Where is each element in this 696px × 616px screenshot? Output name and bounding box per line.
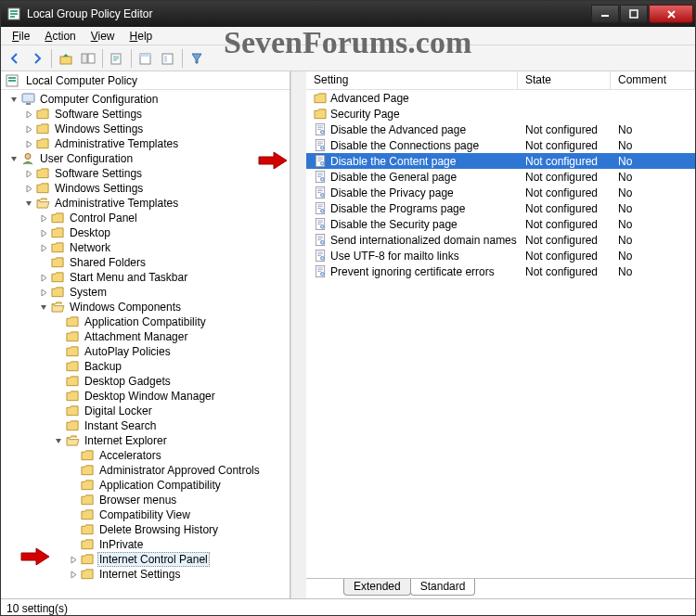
expand-toggle	[68, 539, 80, 551]
tree-item[interactable]: Administrative Templates	[3, 136, 290, 151]
menu-help[interactable]: Help	[122, 28, 161, 45]
tree-root-label: Local Computer Policy	[26, 74, 137, 87]
expand-toggle[interactable]	[23, 183, 35, 195]
tree-item[interactable]: AutoPlay Policies	[3, 344, 290, 359]
settings-row[interactable]: Security Page	[306, 106, 695, 122]
tab-extended[interactable]: Extended	[343, 579, 411, 596]
tree-item[interactable]: Windows Components	[3, 300, 290, 314]
folder-icon	[50, 241, 65, 254]
tab-standard[interactable]: Standard	[410, 579, 476, 596]
expand-toggle[interactable]	[38, 287, 50, 299]
tree-item[interactable]: Instant Search	[3, 418, 290, 433]
settings-row[interactable]: Disable the Programs pageNot configuredN…	[306, 200, 695, 216]
filter-button[interactable]	[187, 48, 207, 69]
tree-item[interactable]: Desktop Gadgets	[3, 374, 290, 389]
setting-comment: No	[611, 186, 695, 199]
settings-row[interactable]: Advanced Page	[306, 90, 695, 106]
maximize-button[interactable]	[620, 5, 648, 23]
tree-view[interactable]: Computer ConfigurationSoftware SettingsW…	[1, 90, 290, 598]
settings-row[interactable]: Send internationalized domain namesNot c…	[306, 232, 695, 248]
forward-button[interactable]	[27, 48, 47, 69]
expand-toggle[interactable]	[38, 212, 50, 225]
view-tabs: Extended Standard	[306, 578, 695, 598]
tree-item[interactable]: Software Settings	[3, 107, 290, 122]
expand-toggle[interactable]	[38, 272, 50, 284]
tree-item[interactable]: Shared Folders	[3, 255, 290, 270]
column-comment[interactable]: Comment	[611, 71, 695, 89]
expand-toggle[interactable]	[23, 168, 35, 180]
tree-item[interactable]: Internet Control Panel	[3, 552, 290, 567]
tree-item[interactable]: Application Compatibility	[3, 314, 290, 329]
tree-item[interactable]: Accelerators	[3, 448, 290, 463]
show-hide-tree-button[interactable]	[78, 48, 98, 69]
expand-toggle[interactable]	[23, 138, 35, 150]
tree-item[interactable]: Start Menu and Taskbar	[3, 270, 290, 285]
tree-item[interactable]: Browser menus	[3, 493, 290, 507]
tree-item[interactable]: Internet Settings	[3, 567, 290, 582]
tree-item[interactable]: Internet Explorer	[3, 433, 290, 448]
tree-item[interactable]: Compatibility View	[3, 507, 290, 522]
expand-toggle[interactable]	[23, 123, 35, 135]
menu-action[interactable]: Action	[37, 28, 83, 45]
back-button[interactable]	[5, 48, 25, 69]
settings-header[interactable]: Setting State Comment	[306, 71, 695, 90]
settings-row[interactable]: Disable the General pageNot configuredNo	[306, 169, 695, 185]
export-list-button[interactable]	[107, 48, 127, 69]
expand-toggle[interactable]	[8, 153, 20, 165]
tree-item[interactable]: Application Compatibility	[3, 478, 290, 493]
menu-file[interactable]: File	[5, 28, 37, 45]
settings-row[interactable]: Disable the Connections pageNot configur…	[306, 137, 695, 153]
tree-item[interactable]: Administrator Approved Controls	[3, 463, 290, 478]
tree-item[interactable]: Attachment Manager	[3, 329, 290, 344]
up-button[interactable]	[56, 48, 76, 69]
expand-toggle[interactable]	[53, 435, 65, 447]
help-button[interactable]	[158, 48, 178, 69]
tree-root[interactable]: Local Computer Policy	[1, 71, 290, 90]
settings-row[interactable]: Disable the Privacy pageNot configuredNo	[306, 185, 695, 200]
settings-list[interactable]: Advanced PageSecurity PageDisable the Ad…	[306, 90, 695, 578]
expand-toggle[interactable]	[38, 302, 50, 314]
column-state[interactable]: State	[518, 71, 611, 89]
settings-row[interactable]: Use UTF-8 for mailto linksNot configured…	[306, 248, 695, 263]
expand-toggle[interactable]	[38, 242, 50, 254]
setting-state: Not configured	[518, 218, 611, 231]
expand-toggle[interactable]	[68, 554, 80, 566]
tree-item-label: Administrative Templates	[53, 137, 180, 150]
properties-button[interactable]	[135, 48, 156, 69]
settings-row[interactable]: Disable the Content pageNot configuredNo	[306, 153, 695, 169]
expand-toggle[interactable]	[8, 94, 20, 106]
tree-item[interactable]: Computer Configuration	[3, 92, 290, 107]
tree-item[interactable]: Windows Settings	[3, 122, 290, 136]
tree-item-label: Administrator Approved Controls	[97, 464, 262, 477]
expand-toggle	[53, 405, 65, 417]
minimize-button[interactable]	[591, 5, 619, 23]
folder-open-icon	[35, 197, 50, 210]
expand-toggle[interactable]	[38, 227, 50, 239]
tree-item[interactable]: Network	[3, 240, 290, 255]
tree-item[interactable]: User Configuration	[3, 151, 290, 166]
tree-item[interactable]: System	[3, 285, 290, 300]
tree-item[interactable]: Digital Locker	[3, 404, 290, 418]
column-setting[interactable]: Setting	[306, 71, 518, 89]
setting-state: Not configured	[518, 234, 611, 247]
tree-item[interactable]: Desktop Window Manager	[3, 389, 290, 404]
folder-icon	[35, 137, 50, 150]
expand-toggle[interactable]	[23, 198, 35, 210]
tree-item[interactable]: Administrative Templates	[3, 196, 290, 211]
expand-toggle[interactable]	[68, 569, 80, 581]
tree-item[interactable]: Control Panel	[3, 211, 290, 225]
expand-toggle[interactable]	[23, 109, 35, 121]
settings-row[interactable]: Disable the Security pageNot configuredN…	[306, 216, 695, 232]
tree-item[interactable]: Software Settings	[3, 166, 290, 181]
tree-item[interactable]: Desktop	[3, 225, 290, 240]
tree-item[interactable]: Backup	[3, 359, 290, 374]
tree-item[interactable]: InPrivate	[3, 537, 290, 552]
tree-scrollbar[interactable]	[290, 71, 306, 598]
tree-item[interactable]: Delete Browsing History	[3, 522, 290, 537]
setting-icon	[314, 265, 327, 278]
tree-item[interactable]: Windows Settings	[3, 181, 290, 196]
settings-row[interactable]: Prevent ignoring certificate errorsNot c…	[306, 263, 695, 279]
close-button[interactable]	[649, 5, 693, 23]
settings-row[interactable]: Disable the Advanced pageNot configuredN…	[306, 122, 695, 137]
menu-view[interactable]: View	[84, 28, 122, 45]
